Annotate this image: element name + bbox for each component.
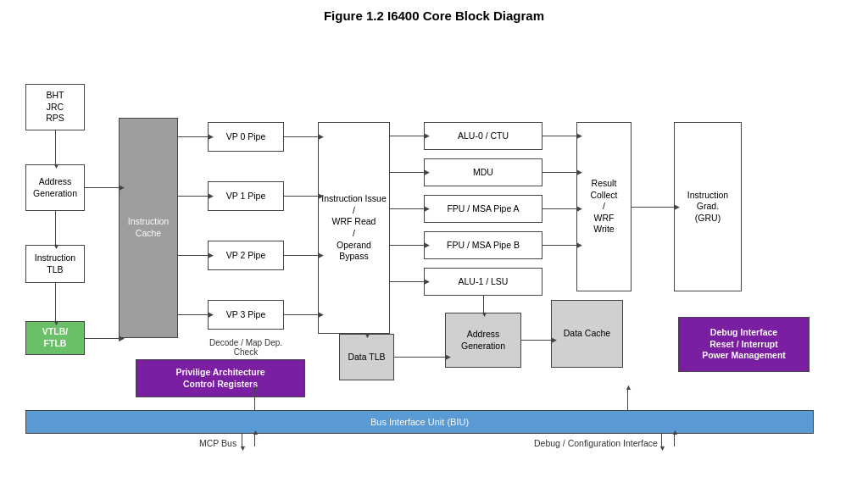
data-tlb-block: Data TLB xyxy=(339,334,394,380)
bus-block: Bus Interface Unit (BIU) xyxy=(25,410,814,434)
priv-arch-block: Privilige Architecture Control Registers xyxy=(136,359,305,397)
arrow-bht-to-addrgen xyxy=(55,130,56,164)
arrow-datatbl-to-addrgen xyxy=(394,357,445,358)
vp2-block: VP 2 Pipe xyxy=(208,241,284,270)
arrow-debug-up1 xyxy=(674,434,675,446)
arrow-alu0-to-result xyxy=(542,136,576,136)
arrow-vp1-to-issue xyxy=(284,196,318,197)
mcp-bus-label: MCP Bus xyxy=(199,438,236,448)
result-collect-block: Result Collect / WRF Write xyxy=(576,122,632,291)
arrow-cache-to-vp0 xyxy=(178,136,208,137)
fpu-a-block: FPU / MSA Pipe A xyxy=(424,195,542,223)
arrow-addrgen-to-instrtlb xyxy=(55,211,56,245)
decode-map-label: Decode / Map Dep. Check xyxy=(208,338,284,357)
arrow-result-to-grad xyxy=(632,207,674,208)
addr-gen-right-block: Address Generation xyxy=(445,313,521,368)
arrow-mcp-down1 xyxy=(242,434,242,446)
arrow-biu-up-right xyxy=(627,389,628,410)
arrow-addrgen-to-datacache xyxy=(521,340,551,341)
instr-issue-block: Instruction Issue / WRF Read / Operand B… xyxy=(318,122,390,334)
mdu-block: MDU xyxy=(424,158,542,186)
fpu-b-block: FPU / MSA Pipe B xyxy=(424,231,542,259)
arrow-issue-to-fpua xyxy=(390,208,424,209)
arrow-issue-to-mdu xyxy=(390,172,424,173)
arrow-mcp-up1 xyxy=(254,434,255,446)
instr-grad-block: Instruction Grad. (GRU) xyxy=(674,122,742,291)
arrow-vp2-to-issue xyxy=(284,255,318,256)
arrow-cache-to-vp3 xyxy=(178,314,208,315)
arrow-cache-to-vp1 xyxy=(178,196,208,197)
page: Figure 1.2 I6400 Core Block Diagram BHT … xyxy=(0,0,868,477)
data-cache-block: Data Cache xyxy=(551,300,623,368)
arrow-issue-to-alu0 xyxy=(390,136,424,136)
arrow-vp0-to-issue xyxy=(284,136,318,137)
addr-gen-left-block: Address Generation xyxy=(25,164,85,211)
page-title: Figure 1.2 I6400 Core Block Diagram xyxy=(17,8,851,23)
arrow-instrtlb-to-vtlb xyxy=(55,283,56,321)
arrow-issue-to-alu1 xyxy=(390,281,424,282)
debug-config-label: Debug / Configuration Interface xyxy=(534,438,658,448)
diagram-area: BHT JRC RPS Address Generation Instructi… xyxy=(17,33,851,448)
bht-block: BHT JRC RPS xyxy=(25,84,85,130)
arrow-cache-to-vp2 xyxy=(178,255,208,256)
arrow-alu1-down xyxy=(483,296,484,313)
vp0-block: VP 0 Pipe xyxy=(208,122,284,152)
arrow-vp3-to-issue xyxy=(284,314,318,315)
arrow-mdu-to-result xyxy=(542,172,576,173)
arrow-issue-to-fpub xyxy=(390,245,424,246)
vp3-block: VP 3 Pipe xyxy=(208,300,284,330)
arrow-debug-down1 xyxy=(661,434,662,446)
arrow-vtlb-to-cache xyxy=(85,338,119,339)
vp1-block: VP 1 Pipe xyxy=(208,181,284,211)
instr-cache-block: Instruction Cache xyxy=(119,118,178,338)
alu0-block: ALU-0 / CTU xyxy=(424,122,542,150)
alu1-block: ALU-1 / LSU xyxy=(424,268,542,296)
arrow-addrgen-to-cache xyxy=(85,187,119,188)
arrow-fpua-to-result xyxy=(542,208,576,209)
arrow-fpub-to-result xyxy=(542,245,576,246)
debug-block: Debug Interface Reset / Interrupt Power … xyxy=(678,317,810,372)
arrow-biu-up-left xyxy=(254,389,255,410)
